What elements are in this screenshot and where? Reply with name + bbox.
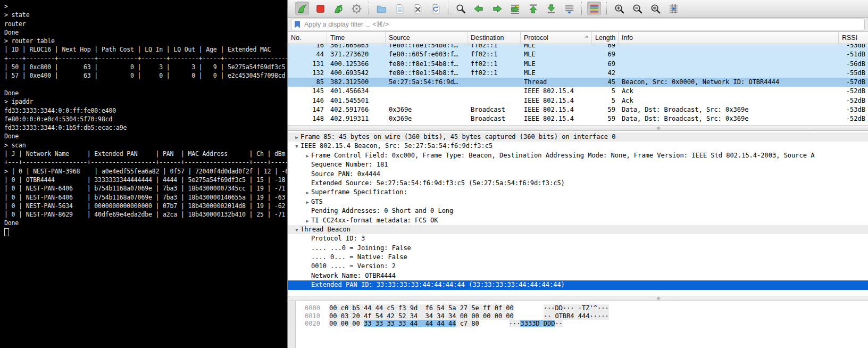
detail-line-selected[interactable]: Extended PAN ID: 33:33:33:33:44:44:44:44… <box>288 280 868 289</box>
zoom-in-icon <box>614 3 625 14</box>
detail-text: Extended PAN ID: 33:33:33:33:44:44:44:44… <box>311 281 565 288</box>
zoom-out-button[interactable] <box>630 2 644 15</box>
hex-row[interactable]: 000000 c0 b5 44 44 c5 f3 9d f6 54 5a 27 … <box>305 304 868 312</box>
cell-time: 371.273620 <box>327 50 386 59</box>
hex-ascii[interactable]: ···DD··· ·TZ'^··· <box>544 304 609 312</box>
collapsed-arrow-icon[interactable]: ▶ <box>293 133 301 142</box>
bookmark-icon[interactable] <box>294 21 301 28</box>
packet-row[interactable]: 148402.9193110x369eBroadcastIEEE 802.15.… <box>288 114 868 123</box>
cell-info: Ack <box>619 96 839 105</box>
splitter-list-details[interactable] <box>288 125 868 131</box>
detail-line[interactable]: Pending Addresses: 0 Short and 0 Long <box>288 206 868 216</box>
column-header-len[interactable]: Length <box>592 32 619 44</box>
terminal[interactable]: >> staterouterDone> router table| ID | R… <box>0 0 287 348</box>
detail-line[interactable]: Source PAN: 0x4444 <box>288 170 868 179</box>
packet-details: ▶Frame 85: 45 bytes on wire (360 bits), … <box>288 131 868 296</box>
packet-row[interactable]: 146401.545501IEEE 802.15.45Ack-52dB <box>288 96 868 105</box>
cell-time: 401.545501 <box>327 96 386 105</box>
splitter-details-hex[interactable] <box>288 296 868 301</box>
detail-line[interactable]: .... 0... = Native: False <box>288 253 868 262</box>
detail-line[interactable]: ▶Superframe Specification: <box>288 188 868 197</box>
terminal-line: | J | Network Name | Extended PAN | PAN … <box>4 150 287 158</box>
column-header-time[interactable]: Time <box>327 32 386 44</box>
cell-rssi: -52dB <box>839 87 868 96</box>
hex-bytes[interactable]: 00 03 20 4f 54 42 52 34 34 34 34 00 00 0… <box>329 312 514 320</box>
detail-line[interactable]: ▼IEEE 802.15.4 Beacon, Src: 5e:27:5a:54:… <box>288 142 868 151</box>
terminal-line: > <box>4 2 287 11</box>
reload-file-icon <box>430 3 441 14</box>
detail-line[interactable]: Sequence Number: 181 <box>288 160 868 169</box>
column-header-dst[interactable]: Destination <box>468 32 521 44</box>
reload-file-button[interactable] <box>429 2 443 15</box>
close-file-button[interactable] <box>411 2 424 15</box>
go-forward-button[interactable] <box>490 2 504 15</box>
packet-row-selected[interactable]: 85382.3125005e:27:5a:54:f6:9d…Thread45Be… <box>288 78 868 87</box>
hex-ascii-segment: ·· <box>555 320 563 327</box>
detail-line[interactable]: 0010 .... = Version: 2 <box>288 262 868 271</box>
detail-text: Frame Control Field: 0xc000, Frame Type:… <box>311 152 814 159</box>
detail-line[interactable]: ▶TI CC24xx-format metadata: FCS OK <box>288 216 868 225</box>
column-header-info[interactable]: Info <box>619 32 839 44</box>
cell-no: 131 <box>288 60 327 69</box>
collapsed-arrow-icon[interactable]: ▶ <box>304 152 311 160</box>
go-back-button[interactable] <box>472 2 486 15</box>
go-last-icon <box>546 3 557 14</box>
detail-line[interactable]: ▶Frame 85: 45 bytes on wire (360 bits), … <box>288 132 868 142</box>
zoom-normal-button[interactable] <box>648 2 662 15</box>
detail-text: Frame 85: 45 bytes on wire (360 bits), 4… <box>301 133 615 140</box>
auto-scroll-button[interactable] <box>562 2 576 15</box>
packet-row[interactable]: 147402.5917660x369eBroadcastIEEE 802.15.… <box>288 105 868 114</box>
stop-capture-button[interactable] <box>313 2 327 15</box>
hex-bytes[interactable]: 00 c0 b5 44 44 c5 f3 9d f6 54 5a 27 5e f… <box>329 304 514 312</box>
column-header-rssi[interactable]: RSSI <box>839 32 868 44</box>
capture-options-button[interactable] <box>349 2 363 15</box>
column-header-no[interactable]: No. <box>288 32 327 44</box>
detail-line[interactable]: ▼Thread Beacon <box>288 225 868 234</box>
restart-capture-button[interactable] <box>331 2 345 15</box>
detail-line[interactable]: ▶GTS <box>288 197 868 206</box>
detail-line[interactable]: ▶Frame Control Field: 0xc000, Frame Type… <box>288 151 868 160</box>
go-last-button[interactable] <box>544 2 558 15</box>
close-file-icon <box>412 3 423 14</box>
detail-line[interactable]: Network Name: OTBR4444 <box>288 271 868 280</box>
hex-ascii[interactable]: ···3333D DDD·· <box>509 320 563 327</box>
packet-row[interactable]: 44371.273620fe80::605f:e603:f…ff02::1MLE… <box>288 50 868 59</box>
save-file-button[interactable] <box>393 2 406 15</box>
hex-ascii[interactable]: ·· OTBR4 444····· <box>544 312 609 320</box>
detail-line[interactable]: Extended Source: 5e:27:5a:54:f6:9d:f3:c5… <box>288 179 868 188</box>
hex-bytes[interactable]: 00 00 00 33 33 33 33 44 44 44 44 c7 80 <box>329 320 479 327</box>
column-label: Length <box>595 34 615 42</box>
open-file-button[interactable] <box>374 2 388 15</box>
go-to-packet-button[interactable] <box>508 2 522 15</box>
find-packet-button[interactable] <box>454 2 468 15</box>
hex-bytes-segment: 00 03 20 4f 54 42 52 34 34 34 34 00 00 0… <box>329 312 514 320</box>
start-capture-button[interactable] <box>295 2 309 15</box>
colorize-packets-button[interactable] <box>587 2 601 15</box>
collapsed-arrow-icon[interactable]: ▶ <box>304 198 311 206</box>
column-header-proto[interactable]: Protocol^ <box>521 32 592 44</box>
packet-row[interactable]: 131400.125366fe80::f8e1:54b8:f…ff02::1ML… <box>288 60 868 69</box>
detail-line[interactable]: Protocol ID: 3 <box>288 234 868 243</box>
packet-row[interactable]: 145401.456634IEEE 802.15.45Ack-52dB <box>288 87 868 96</box>
hex-row[interactable]: 002000 00 00 33 33 33 33 44 44 44 44 c7 … <box>305 320 868 328</box>
packet-row[interactable]: 132400.693542fe80::f8e1:54b8:f…ff02::1ML… <box>288 69 868 78</box>
collapsed-arrow-icon[interactable]: ▶ <box>304 217 311 225</box>
detail-line[interactable]: .... ...0 = Joining: False <box>288 244 868 253</box>
column-header-src[interactable]: Source <box>386 32 468 44</box>
expanded-arrow-icon[interactable]: ▼ <box>293 226 301 234</box>
collapsed-arrow-icon[interactable]: ▶ <box>304 188 311 197</box>
expanded-arrow-icon[interactable]: ▼ <box>293 142 301 151</box>
cell-info: Data, Dst: Broadcast, Src: 0x369e <box>619 105 839 114</box>
hex-bytes-segment: c7 80 <box>456 320 479 327</box>
display-filter-input[interactable] <box>303 20 862 29</box>
packet-row[interactable]: 16361.665863fe80::f8e1:54b8:f…ff02::1MLE… <box>288 44 868 50</box>
resize-columns-button[interactable] <box>666 2 680 15</box>
zoom-in-button[interactable] <box>612 2 626 15</box>
go-first-button[interactable] <box>526 2 540 15</box>
hex-row[interactable]: 001000 03 20 4f 54 42 52 34 34 34 34 00 … <box>305 312 868 320</box>
packet-list-header: No.TimeSourceDestinationProtocol^LengthI… <box>288 32 868 44</box>
toolbar-divider <box>448 2 448 15</box>
terminal-line: Done <box>4 219 287 227</box>
display-filter-field[interactable] <box>291 19 865 30</box>
go-forward-icon <box>491 3 503 14</box>
